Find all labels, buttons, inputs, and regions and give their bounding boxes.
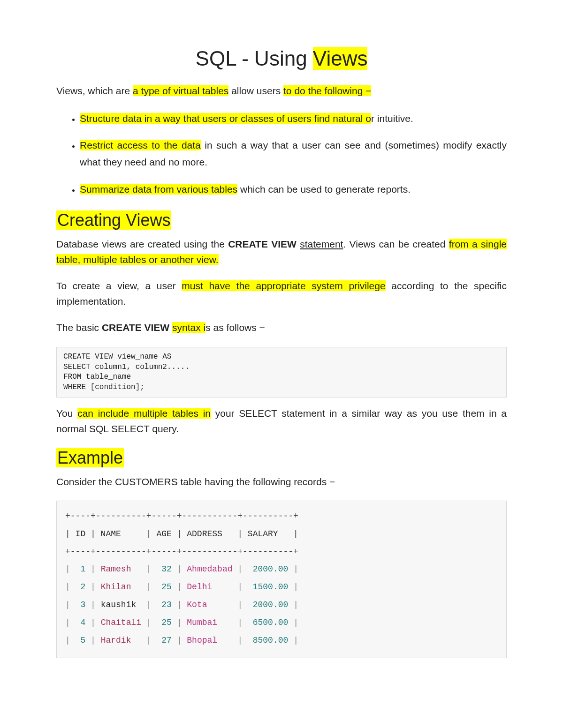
highlight: syntax i <box>172 322 205 333</box>
text: . Views can be created <box>343 239 449 249</box>
text: The basic <box>56 322 102 333</box>
section-example: Example <box>56 448 507 468</box>
text: r intuitive. <box>371 113 413 124</box>
highlight: a type of virtual tables <box>133 85 228 96</box>
list-item: Structure data in a way that users or cl… <box>80 110 507 127</box>
highlight: Restrict access to the data <box>80 140 201 150</box>
list-item: Restrict access to the data in such a wa… <box>80 137 507 170</box>
code-block-create-view: CREATE VIEW view_name AS SELECT column1,… <box>56 347 507 398</box>
title-highlight: Views <box>313 47 368 70</box>
text: which can be used to generate reports. <box>237 184 411 195</box>
highlight: to do the following − <box>283 85 371 96</box>
text: Database views are created using the <box>56 239 228 249</box>
bold-text: CREATE VIEW <box>228 239 300 249</box>
document-page: SQL - Using Views Views, which are a typ… <box>0 0 563 728</box>
paragraph-include: You can include multiple tables in your … <box>56 406 507 436</box>
customers-table: +----+----------+-----+-----------+-----… <box>56 501 507 658</box>
paragraph-example: Consider the CUSTOMERS table having the … <box>56 474 507 490</box>
highlight: must have the appropriate system privile… <box>182 280 385 291</box>
text: allow users <box>228 85 283 96</box>
highlight: Structure data in a way that users or cl… <box>80 113 371 124</box>
page-title: SQL - Using Views <box>56 47 507 70</box>
text: Views, which are <box>56 85 133 96</box>
bold-text: CREATE VIEW <box>102 322 169 333</box>
paragraph-syntax: The basic CREATE VIEW syntax is as follo… <box>56 320 507 336</box>
highlight: Example <box>56 448 124 467</box>
list-item: Summarize data from various tables which… <box>80 181 507 198</box>
intro-paragraph: Views, which are a type of virtual table… <box>56 83 507 99</box>
highlight: Creating Views <box>56 210 171 230</box>
section-creating-views: Creating Views <box>56 210 507 230</box>
paragraph-privilege: To create a view, a user must have the a… <box>56 278 507 309</box>
highlight: Summarize data from various tables <box>80 184 237 195</box>
text: To create a view, a user <box>56 280 182 291</box>
title-text: SQL - Using <box>196 47 313 70</box>
highlight: can include multiple tables in <box>77 408 211 419</box>
underline-text: statement <box>300 239 343 249</box>
text: You <box>56 408 77 419</box>
paragraph-creating: Database views are created using the CRE… <box>56 237 507 267</box>
text: s as follows − <box>205 322 265 333</box>
bullet-list: Structure data in a way that users or cl… <box>56 110 507 198</box>
